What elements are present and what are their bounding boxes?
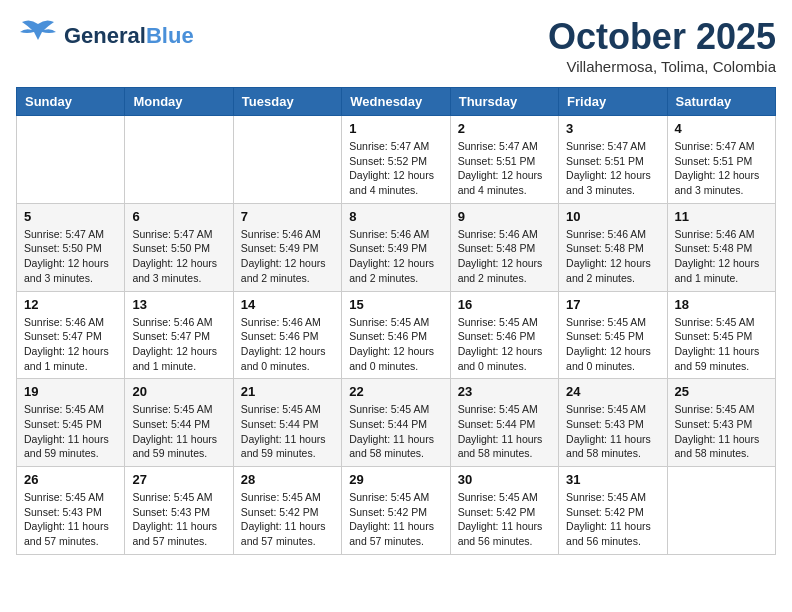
day-info: Sunrise: 5:47 AM Sunset: 5:52 PM Dayligh… <box>349 139 442 198</box>
calendar-cell: 6Sunrise: 5:47 AM Sunset: 5:50 PM Daylig… <box>125 203 233 291</box>
calendar-cell: 10Sunrise: 5:46 AM Sunset: 5:48 PM Dayli… <box>559 203 667 291</box>
day-number: 7 <box>241 209 334 224</box>
day-number: 25 <box>675 384 768 399</box>
day-info: Sunrise: 5:47 AM Sunset: 5:51 PM Dayligh… <box>458 139 551 198</box>
day-number: 30 <box>458 472 551 487</box>
calendar-cell: 4Sunrise: 5:47 AM Sunset: 5:51 PM Daylig… <box>667 116 775 204</box>
day-info: Sunrise: 5:45 AM Sunset: 5:42 PM Dayligh… <box>241 490 334 549</box>
day-info: Sunrise: 5:47 AM Sunset: 5:50 PM Dayligh… <box>24 227 117 286</box>
calendar-cell <box>233 116 341 204</box>
calendar-cell: 14Sunrise: 5:46 AM Sunset: 5:46 PM Dayli… <box>233 291 341 379</box>
day-number: 20 <box>132 384 225 399</box>
calendar-cell: 31Sunrise: 5:45 AM Sunset: 5:42 PM Dayli… <box>559 467 667 555</box>
title-block: October 2025 Villahermosa, Tolima, Colom… <box>548 16 776 75</box>
day-info: Sunrise: 5:45 AM Sunset: 5:43 PM Dayligh… <box>132 490 225 549</box>
day-number: 22 <box>349 384 442 399</box>
weekday-header-thursday: Thursday <box>450 88 558 116</box>
day-number: 2 <box>458 121 551 136</box>
day-info: Sunrise: 5:46 AM Sunset: 5:48 PM Dayligh… <box>566 227 659 286</box>
calendar-week-4: 19Sunrise: 5:45 AM Sunset: 5:45 PM Dayli… <box>17 379 776 467</box>
weekday-row: SundayMondayTuesdayWednesdayThursdayFrid… <box>17 88 776 116</box>
day-info: Sunrise: 5:45 AM Sunset: 5:45 PM Dayligh… <box>566 315 659 374</box>
calendar-cell: 9Sunrise: 5:46 AM Sunset: 5:48 PM Daylig… <box>450 203 558 291</box>
day-number: 14 <box>241 297 334 312</box>
calendar-cell: 13Sunrise: 5:46 AM Sunset: 5:47 PM Dayli… <box>125 291 233 379</box>
day-number: 18 <box>675 297 768 312</box>
logo: GeneralBlue <box>16 16 194 56</box>
calendar-cell: 12Sunrise: 5:46 AM Sunset: 5:47 PM Dayli… <box>17 291 125 379</box>
calendar-cell: 26Sunrise: 5:45 AM Sunset: 5:43 PM Dayli… <box>17 467 125 555</box>
day-info: Sunrise: 5:46 AM Sunset: 5:48 PM Dayligh… <box>675 227 768 286</box>
calendar-cell: 28Sunrise: 5:45 AM Sunset: 5:42 PM Dayli… <box>233 467 341 555</box>
calendar-header: SundayMondayTuesdayWednesdayThursdayFrid… <box>17 88 776 116</box>
calendar-cell: 15Sunrise: 5:45 AM Sunset: 5:46 PM Dayli… <box>342 291 450 379</box>
calendar-cell <box>667 467 775 555</box>
calendar-cell: 8Sunrise: 5:46 AM Sunset: 5:49 PM Daylig… <box>342 203 450 291</box>
calendar-cell: 21Sunrise: 5:45 AM Sunset: 5:44 PM Dayli… <box>233 379 341 467</box>
day-info: Sunrise: 5:46 AM Sunset: 5:49 PM Dayligh… <box>349 227 442 286</box>
weekday-header-wednesday: Wednesday <box>342 88 450 116</box>
month-title: October 2025 <box>548 16 776 58</box>
day-info: Sunrise: 5:45 AM Sunset: 5:45 PM Dayligh… <box>24 402 117 461</box>
logo-icon <box>16 16 60 56</box>
calendar-cell: 5Sunrise: 5:47 AM Sunset: 5:50 PM Daylig… <box>17 203 125 291</box>
day-number: 26 <box>24 472 117 487</box>
day-info: Sunrise: 5:45 AM Sunset: 5:43 PM Dayligh… <box>675 402 768 461</box>
day-info: Sunrise: 5:45 AM Sunset: 5:43 PM Dayligh… <box>24 490 117 549</box>
day-number: 16 <box>458 297 551 312</box>
day-number: 9 <box>458 209 551 224</box>
day-info: Sunrise: 5:47 AM Sunset: 5:51 PM Dayligh… <box>566 139 659 198</box>
day-number: 8 <box>349 209 442 224</box>
calendar-cell: 20Sunrise: 5:45 AM Sunset: 5:44 PM Dayli… <box>125 379 233 467</box>
calendar-cell: 7Sunrise: 5:46 AM Sunset: 5:49 PM Daylig… <box>233 203 341 291</box>
calendar-cell <box>125 116 233 204</box>
day-number: 29 <box>349 472 442 487</box>
day-number: 23 <box>458 384 551 399</box>
day-info: Sunrise: 5:45 AM Sunset: 5:44 PM Dayligh… <box>458 402 551 461</box>
calendar-cell: 19Sunrise: 5:45 AM Sunset: 5:45 PM Dayli… <box>17 379 125 467</box>
day-number: 21 <box>241 384 334 399</box>
weekday-header-monday: Monday <box>125 88 233 116</box>
day-info: Sunrise: 5:45 AM Sunset: 5:44 PM Dayligh… <box>349 402 442 461</box>
weekday-header-tuesday: Tuesday <box>233 88 341 116</box>
calendar-cell: 16Sunrise: 5:45 AM Sunset: 5:46 PM Dayli… <box>450 291 558 379</box>
calendar-cell: 2Sunrise: 5:47 AM Sunset: 5:51 PM Daylig… <box>450 116 558 204</box>
page-header: GeneralBlue October 2025 Villahermosa, T… <box>16 16 776 75</box>
logo-general: General <box>64 23 146 48</box>
day-info: Sunrise: 5:47 AM Sunset: 5:51 PM Dayligh… <box>675 139 768 198</box>
day-number: 28 <box>241 472 334 487</box>
day-number: 17 <box>566 297 659 312</box>
day-info: Sunrise: 5:46 AM Sunset: 5:47 PM Dayligh… <box>24 315 117 374</box>
calendar-cell: 25Sunrise: 5:45 AM Sunset: 5:43 PM Dayli… <box>667 379 775 467</box>
calendar-cell: 23Sunrise: 5:45 AM Sunset: 5:44 PM Dayli… <box>450 379 558 467</box>
calendar-cell: 27Sunrise: 5:45 AM Sunset: 5:43 PM Dayli… <box>125 467 233 555</box>
calendar-cell: 3Sunrise: 5:47 AM Sunset: 5:51 PM Daylig… <box>559 116 667 204</box>
day-info: Sunrise: 5:45 AM Sunset: 5:46 PM Dayligh… <box>458 315 551 374</box>
weekday-header-friday: Friday <box>559 88 667 116</box>
calendar-cell: 1Sunrise: 5:47 AM Sunset: 5:52 PM Daylig… <box>342 116 450 204</box>
calendar-cell: 11Sunrise: 5:46 AM Sunset: 5:48 PM Dayli… <box>667 203 775 291</box>
calendar-cell <box>17 116 125 204</box>
day-info: Sunrise: 5:45 AM Sunset: 5:44 PM Dayligh… <box>241 402 334 461</box>
day-info: Sunrise: 5:45 AM Sunset: 5:42 PM Dayligh… <box>349 490 442 549</box>
calendar-week-3: 12Sunrise: 5:46 AM Sunset: 5:47 PM Dayli… <box>17 291 776 379</box>
day-number: 27 <box>132 472 225 487</box>
day-number: 12 <box>24 297 117 312</box>
day-number: 1 <box>349 121 442 136</box>
logo-name: GeneralBlue <box>64 24 194 48</box>
calendar-cell: 24Sunrise: 5:45 AM Sunset: 5:43 PM Dayli… <box>559 379 667 467</box>
day-info: Sunrise: 5:45 AM Sunset: 5:42 PM Dayligh… <box>458 490 551 549</box>
day-info: Sunrise: 5:46 AM Sunset: 5:47 PM Dayligh… <box>132 315 225 374</box>
day-number: 31 <box>566 472 659 487</box>
day-number: 10 <box>566 209 659 224</box>
day-number: 4 <box>675 121 768 136</box>
logo-text-block: GeneralBlue <box>64 24 194 48</box>
day-number: 13 <box>132 297 225 312</box>
location-subtitle: Villahermosa, Tolima, Colombia <box>548 58 776 75</box>
day-info: Sunrise: 5:45 AM Sunset: 5:43 PM Dayligh… <box>566 402 659 461</box>
calendar-cell: 17Sunrise: 5:45 AM Sunset: 5:45 PM Dayli… <box>559 291 667 379</box>
weekday-header-sunday: Sunday <box>17 88 125 116</box>
day-info: Sunrise: 5:46 AM Sunset: 5:46 PM Dayligh… <box>241 315 334 374</box>
day-number: 5 <box>24 209 117 224</box>
day-info: Sunrise: 5:45 AM Sunset: 5:44 PM Dayligh… <box>132 402 225 461</box>
